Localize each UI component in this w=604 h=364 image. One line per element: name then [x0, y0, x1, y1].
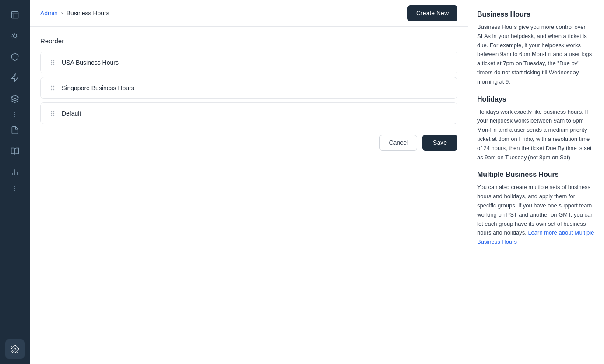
- layers-icon[interactable]: [5, 89, 25, 108]
- svg-marker-3: [11, 95, 19, 99]
- svg-point-25: [53, 115, 54, 116]
- svg-point-18: [53, 88, 54, 88]
- svg-point-1: [14, 35, 17, 38]
- drag-handle-singapore: [49, 84, 56, 91]
- svg-point-7: [14, 348, 16, 350]
- right-section1-body: Business Hours give you more control ove…: [477, 23, 595, 87]
- svg-point-21: [51, 113, 52, 114]
- page-body: Reorder USA Business Hours: [30, 27, 468, 161]
- drag-item-default-label: Default: [62, 110, 81, 117]
- svg-point-24: [53, 113, 54, 114]
- drag-item-usa[interactable]: USA Business Hours: [40, 52, 457, 74]
- center-panel: Admin › Business Hours Create New Reorde…: [30, 0, 468, 364]
- svg-point-16: [51, 89, 52, 90]
- content-area: Admin › Business Hours Create New Reorde…: [30, 0, 604, 364]
- document-icon[interactable]: [5, 121, 25, 140]
- main-wrapper: Admin › Business Hours Create New Reorde…: [30, 0, 604, 364]
- breadcrumb-admin-link[interactable]: Admin: [40, 10, 58, 17]
- chart-icon[interactable]: [5, 163, 25, 182]
- drag-item-singapore[interactable]: Singapore Business Hours: [40, 77, 457, 99]
- layers-more-icon[interactable]: ⋮: [5, 110, 25, 119]
- drag-item-usa-label: USA Business Hours: [62, 59, 119, 66]
- svg-point-12: [53, 62, 54, 63]
- shield-icon[interactable]: [5, 47, 25, 66]
- bug-icon[interactable]: [5, 26, 25, 46]
- svg-marker-2: [12, 74, 18, 82]
- page-header: Admin › Business Hours Create New: [30, 0, 468, 27]
- svg-point-14: [51, 86, 52, 87]
- cancel-button[interactable]: Cancel: [379, 135, 417, 150]
- right-section3-body: You can also create multiple sets of bus…: [477, 183, 595, 247]
- svg-point-13: [53, 64, 54, 65]
- inbox-icon[interactable]: [5, 5, 25, 24]
- create-new-button[interactable]: Create New: [407, 5, 457, 21]
- svg-point-23: [53, 111, 54, 112]
- save-button[interactable]: Save: [422, 135, 457, 150]
- svg-point-20: [51, 111, 52, 112]
- svg-rect-0: [12, 12, 18, 18]
- drag-item-singapore-label: Singapore Business Hours: [62, 84, 134, 91]
- chart-more-icon[interactable]: ⋮: [5, 184, 25, 192]
- reorder-title: Reorder: [40, 37, 457, 45]
- svg-point-9: [51, 62, 52, 63]
- action-row: Cancel Save: [40, 135, 457, 150]
- svg-point-19: [53, 89, 54, 90]
- svg-point-15: [51, 88, 52, 88]
- right-section2-title: Holidays: [477, 95, 595, 103]
- bolt-icon[interactable]: [5, 68, 25, 88]
- book-icon[interactable]: [5, 142, 25, 161]
- svg-point-10: [51, 64, 52, 65]
- settings-icon[interactable]: [5, 340, 25, 359]
- right-section3-title: Multiple Business Hours: [477, 171, 595, 178]
- right-section1-title: Business Hours: [477, 10, 595, 18]
- breadcrumb-separator: ›: [61, 10, 63, 16]
- svg-point-17: [53, 86, 54, 87]
- breadcrumb: Admin › Business Hours: [40, 10, 109, 17]
- right-section2-body: Holidays work exactly like business hour…: [477, 108, 595, 162]
- drag-item-default[interactable]: Default: [40, 102, 457, 124]
- drag-handle-usa: [49, 59, 56, 66]
- svg-point-22: [51, 115, 52, 116]
- right-panel: Business Hours Business Hours give you m…: [468, 0, 604, 364]
- svg-point-11: [53, 60, 54, 61]
- sidebar: ⋮ ⋮: [0, 0, 30, 364]
- svg-point-8: [51, 60, 52, 61]
- breadcrumb-current: Business Hours: [67, 10, 109, 17]
- drag-handle-default: [49, 110, 56, 117]
